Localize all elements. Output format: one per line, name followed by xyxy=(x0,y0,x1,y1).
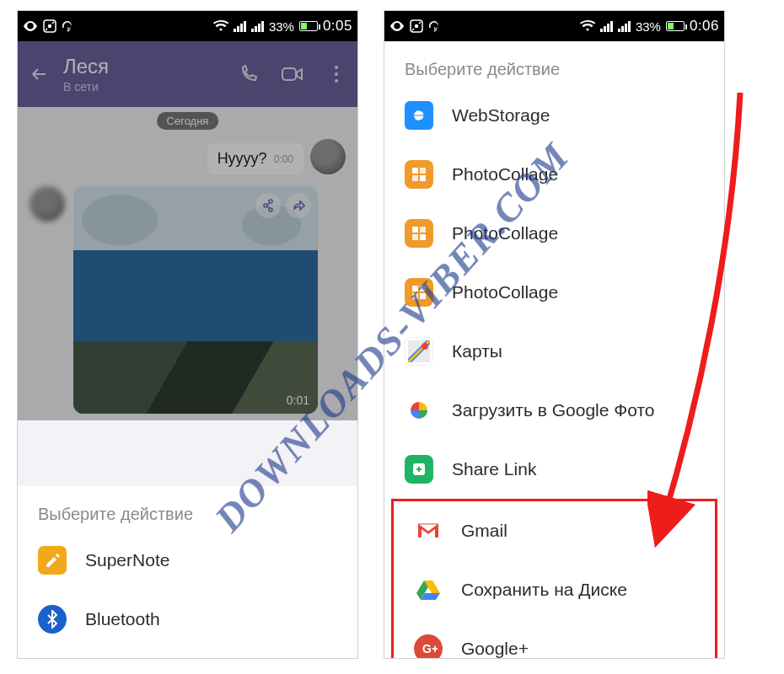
message-text: Нуууу? xyxy=(217,150,267,168)
svg-rect-13 xyxy=(412,175,418,181)
contact-name: Леся xyxy=(63,55,109,78)
status-bar: 33% 0:05 xyxy=(18,11,357,41)
share-item-label: Загрузить в Google Фото xyxy=(452,400,655,420)
back-icon[interactable] xyxy=(28,63,50,85)
clock: 0:06 xyxy=(690,18,719,35)
avatar xyxy=(30,186,65,222)
message-bubble[interactable]: Нуууу? 0:00 xyxy=(207,143,303,174)
share-item-photocollage[interactable]: PhotoCollage xyxy=(384,204,724,263)
app-indicator-icon xyxy=(43,19,56,33)
wifi-icon xyxy=(213,20,228,32)
share-item-label: Gmail xyxy=(461,521,507,541)
svg-point-7 xyxy=(395,24,398,27)
eye-icon xyxy=(389,21,405,31)
forward-icon[interactable] xyxy=(286,193,311,218)
share-item-later[interactable]: Сделать позже xyxy=(18,649,357,659)
battery-icon xyxy=(666,21,685,31)
share-item-label: Карты xyxy=(452,341,502,361)
video-duration: 0:01 xyxy=(287,393,309,407)
gmail-icon xyxy=(414,516,443,545)
svg-rect-14 xyxy=(420,175,426,181)
svg-rect-3 xyxy=(282,68,296,80)
google-drive-icon xyxy=(414,575,443,604)
battery-percent: 33% xyxy=(269,19,294,34)
contact-status: В сети xyxy=(63,80,109,94)
share-item-supernote[interactable]: SuperNote xyxy=(18,531,357,590)
svg-rect-20 xyxy=(420,286,426,292)
call-icon[interactable] xyxy=(238,63,260,85)
share-sheet: Выберите действие SuperNote Bluetooth xyxy=(18,486,357,659)
more-icon[interactable] xyxy=(325,63,347,85)
svg-rect-18 xyxy=(420,234,426,240)
svg-point-24 xyxy=(422,343,428,350)
share-item-label: WebStorage xyxy=(452,105,550,126)
signal-icon xyxy=(600,20,613,32)
svg-rect-17 xyxy=(412,234,418,240)
share-sheet-title: Выберите действие xyxy=(18,486,357,531)
sync-icon xyxy=(62,20,73,32)
highlight-box: Gmail Сохранить на Диске G+ Google+ xyxy=(391,499,717,659)
share-item-label: Share Link xyxy=(452,459,536,479)
share-item-label: Google+ xyxy=(461,639,529,659)
share-item-label: Bluetooth xyxy=(85,609,160,629)
status-bar: 33% 0:06 xyxy=(384,11,724,41)
share-item-label: PhotoCollage xyxy=(452,282,558,302)
maps-icon xyxy=(405,337,433,366)
svg-rect-21 xyxy=(412,293,418,299)
svg-point-4 xyxy=(335,66,338,69)
share-item-label: PhotoCollage xyxy=(452,164,558,185)
svg-rect-22 xyxy=(420,293,426,299)
share-item-label: Сохранить на Диске xyxy=(461,580,627,600)
webstorage-icon xyxy=(405,101,433,130)
share-item-label: SuperNote xyxy=(85,550,169,570)
share-item-webstorage[interactable]: WebStorage xyxy=(384,86,724,145)
share-item-photocollage[interactable]: PhotoCollage xyxy=(384,145,724,204)
photocollage-icon xyxy=(405,278,433,307)
svg-rect-16 xyxy=(420,227,426,233)
screenshot-left: 33% 0:05 Леся В сети xyxy=(17,10,358,659)
avatar xyxy=(310,139,346,174)
svg-point-5 xyxy=(335,72,338,76)
share-item-photocollage[interactable]: PhotoCollage xyxy=(384,263,724,322)
chat-area: Сегодня Нуууу? 0:00 xyxy=(18,107,357,486)
bluetooth-icon xyxy=(38,605,67,634)
svg-point-9 xyxy=(415,24,418,28)
app-indicator-icon xyxy=(410,19,423,33)
svg-rect-11 xyxy=(412,168,418,174)
share-icon[interactable] xyxy=(255,193,281,218)
supernote-icon xyxy=(38,546,67,575)
screenshot-right: 33% 0:06 Выберите действие WebStorage xyxy=(384,10,725,659)
svg-point-0 xyxy=(29,24,31,27)
svg-rect-19 xyxy=(412,286,418,292)
battery-percent: 33% xyxy=(636,19,661,34)
svg-point-6 xyxy=(335,79,338,83)
sharelink-icon xyxy=(405,455,433,484)
share-item-google-photos[interactable]: Загрузить в Google Фото xyxy=(384,381,724,440)
message-row: 0:01 xyxy=(30,186,346,414)
message-time: 0:00 xyxy=(274,153,293,165)
battery-icon xyxy=(299,21,318,31)
sync-icon xyxy=(428,20,440,32)
signal-icon xyxy=(234,20,246,32)
share-item-label: PhotoCollage xyxy=(452,223,558,243)
signal-icon xyxy=(618,20,631,32)
svg-rect-12 xyxy=(420,168,426,174)
svg-rect-15 xyxy=(412,227,418,233)
share-item-bluetooth[interactable]: Bluetooth xyxy=(18,590,357,649)
video-message[interactable]: 0:01 xyxy=(73,186,318,414)
share-item-google-drive[interactable]: Сохранить на Диске xyxy=(394,560,715,619)
message-row: Нуууу? 0:00 xyxy=(30,139,346,174)
share-item-sharelink[interactable]: Share Link xyxy=(384,440,724,499)
photocollage-icon xyxy=(405,219,433,248)
wifi-icon xyxy=(580,20,595,32)
share-item-gmail[interactable]: Gmail xyxy=(394,501,715,560)
video-call-icon[interactable] xyxy=(282,63,303,85)
google-plus-icon: G+ xyxy=(414,634,443,659)
eye-icon xyxy=(23,21,38,31)
signal-icon xyxy=(251,20,264,32)
share-item-google-plus[interactable]: G+ Google+ xyxy=(394,619,715,659)
svg-point-2 xyxy=(48,24,51,28)
svg-text:G+: G+ xyxy=(422,642,438,655)
viber-chat-header: Леся В сети xyxy=(18,41,357,107)
share-item-maps[interactable]: Карты xyxy=(384,322,724,381)
